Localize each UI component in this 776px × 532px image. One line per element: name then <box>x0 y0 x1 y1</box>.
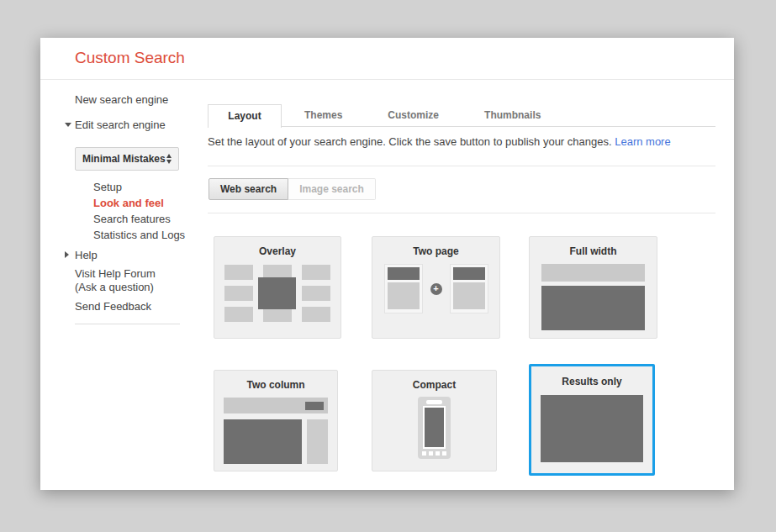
sidebar-item-send-feedback[interactable]: Send Feedback <box>75 300 151 313</box>
tab-customize[interactable]: Customize <box>365 104 462 126</box>
sidebar-item-statistics-and-logs[interactable]: Statistics and Logs <box>93 227 185 243</box>
layout-card-title: Overlay <box>214 245 340 257</box>
layout-card-title: Two page <box>372 245 499 257</box>
two-column-layout-thumbnail <box>224 398 328 464</box>
layout-description: Set the layout of your search engine. Cl… <box>208 135 671 148</box>
results-only-layout-thumbnail <box>541 395 643 462</box>
layout-card-overlay[interactable]: Overlay <box>214 236 341 339</box>
sidebar-item-look-and-feel[interactable]: Look and feel <box>93 195 185 211</box>
sidebar-item-setup[interactable]: Setup <box>93 179 185 195</box>
app-header: Custom Search <box>40 38 734 80</box>
chevron-right-icon <box>65 251 69 258</box>
layout-card-title: Full width <box>530 245 657 257</box>
compact-layout-thumbnail <box>418 397 451 459</box>
tab-layout[interactable]: Layout <box>208 104 282 128</box>
plus-icon: + <box>430 283 442 295</box>
full-width-layout-thumbnail <box>541 264 645 330</box>
layout-card-title: Two column <box>214 379 337 391</box>
layout-card-full-width[interactable]: Full width <box>529 236 657 339</box>
sidebar-item-search-features[interactable]: Search features <box>93 211 185 227</box>
sidebar-item-edit-search-engine[interactable]: Edit search engine <box>75 119 166 131</box>
help-forum-line1: Visit Help Forum <box>75 267 156 281</box>
tab-thumbnails[interactable]: Thumbnails <box>462 104 563 126</box>
content-divider-top <box>208 166 715 166</box>
content-divider-bottom <box>208 213 715 213</box>
engine-select-value: Minimal Mistakes <box>82 153 166 165</box>
chevron-down-icon <box>65 123 71 127</box>
page-background: { "header": { "title": "Custom Search" }… <box>0 0 776 532</box>
two-page-layout-thumbnail: + <box>372 264 499 313</box>
description-text: Set the layout of your search engine. Cl… <box>208 135 612 148</box>
overlay-layout-thumbnail <box>224 265 330 322</box>
layout-card-compact[interactable]: Compact <box>372 370 497 471</box>
learn-more-link[interactable]: Learn more <box>615 135 670 148</box>
sidebar-item-help-forum[interactable]: Visit Help Forum (Ask a question) <box>75 267 156 294</box>
web-search-button[interactable]: Web search <box>209 178 288 200</box>
image-search-button[interactable]: Image search <box>288 178 376 200</box>
tab-themes[interactable]: Themes <box>282 104 365 126</box>
layout-card-title: Compact <box>372 379 496 391</box>
layout-card-two-column[interactable]: Two column <box>214 370 338 471</box>
sidebar-item-help[interactable]: Help <box>75 249 98 261</box>
select-arrows-icon <box>166 154 172 164</box>
layout-card-title: Results only <box>531 376 652 387</box>
layout-card-two-page[interactable]: Two page + <box>372 236 500 339</box>
app-card: Custom Search New search engine Edit sea… <box>40 38 734 490</box>
help-forum-line2: (Ask a question) <box>75 281 156 294</box>
sidebar-sub-nav: Setup Look and feel Search features Stat… <box>93 179 185 243</box>
sidebar-divider <box>75 324 180 324</box>
sidebar-item-new-search-engine[interactable]: New search engine <box>75 93 168 106</box>
engine-select[interactable]: Minimal Mistakes <box>75 147 179 171</box>
search-type-toggle: Web search Image search <box>209 178 376 200</box>
tab-bar: Layout Themes Customize Thumbnails <box>208 104 715 127</box>
page-title: Custom Search <box>75 49 185 67</box>
layout-card-results-only-selected[interactable]: Results only <box>529 364 655 476</box>
